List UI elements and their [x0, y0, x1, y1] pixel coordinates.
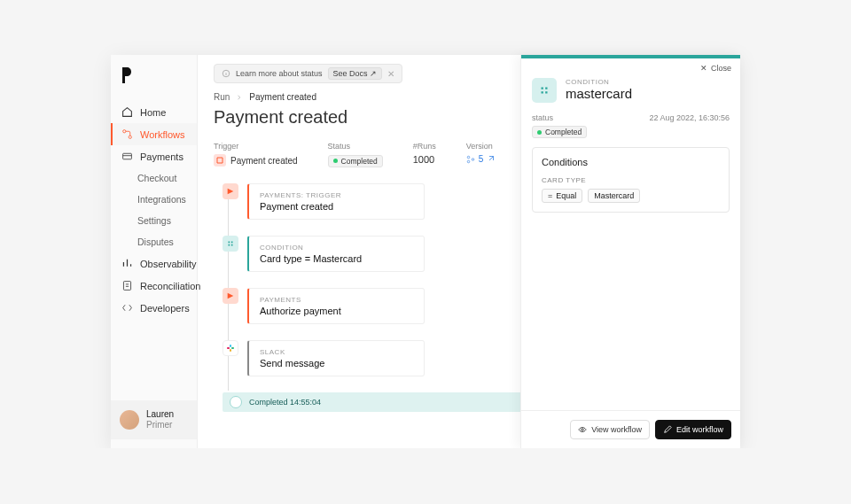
- step-kicker: CONDITION: [260, 244, 413, 252]
- status-dot-icon: [333, 159, 338, 163]
- user-name: Lauren: [146, 409, 174, 420]
- info-icon: [222, 69, 230, 78]
- nav-payments[interactable]: Payments: [111, 145, 197, 167]
- step-card: PAYMENTS Authorize payment: [247, 288, 425, 324]
- nav-label: Developers: [140, 303, 190, 314]
- svg-rect-9: [227, 347, 230, 349]
- nav-label: Observability: [140, 259, 197, 269]
- nav-label: Settings: [137, 215, 171, 226]
- banner-text: Learn more about status: [236, 69, 323, 78]
- end-dot-icon: [230, 396, 242, 408]
- meta-version: Version 5: [466, 142, 496, 167]
- status-value: Completed: [341, 157, 378, 166]
- meta-label: Version: [466, 142, 496, 151]
- edit-workflow-button[interactable]: Edit workflow: [655, 420, 731, 439]
- svg-rect-12: [230, 349, 231, 352]
- svg-point-5: [467, 156, 470, 159]
- developers-icon: [121, 302, 133, 314]
- nav-home[interactable]: Home: [111, 101, 197, 123]
- home-icon: [121, 106, 133, 118]
- runs-value: 1000: [413, 154, 436, 165]
- detail-status-value: Completed: [545, 128, 582, 136]
- condition-icon: [532, 78, 557, 103]
- operator-chip[interactable]: = Equal: [542, 189, 582, 203]
- version-chip[interactable]: 5: [466, 154, 496, 164]
- user-org: Primer: [146, 420, 174, 430]
- meta-label: #Runs: [413, 142, 436, 151]
- payments-step-icon: [223, 183, 238, 199]
- nav-settings[interactable]: Settings: [111, 210, 197, 231]
- user-block[interactable]: Lauren Primer: [111, 400, 197, 439]
- info-banner: Learn more about status See Docs ↗ ✕: [214, 64, 402, 83]
- branch-icon: [466, 155, 475, 164]
- nav-label: Workflows: [140, 129, 185, 140]
- external-link-icon: [487, 155, 495, 163]
- close-button[interactable]: ✕ Close: [700, 64, 731, 73]
- svg-point-0: [123, 130, 126, 133]
- app-window: Home Workflows Payments Checkout Integra…: [111, 55, 740, 448]
- nav-observability[interactable]: Observability: [111, 252, 197, 275]
- view-workflow-button[interactable]: View workflow: [570, 420, 650, 439]
- trigger-chip: Payment created: [214, 154, 298, 167]
- nav-label: Checkout: [137, 173, 176, 183]
- svg-rect-11: [231, 347, 234, 349]
- svg-rect-10: [230, 345, 231, 347]
- nav-label: Disputes: [137, 236, 174, 247]
- step-kicker: PAYMENTS: [260, 296, 413, 304]
- meta-label: Status: [328, 142, 383, 151]
- sidebar: Home Workflows Payments Checkout Integra…: [111, 55, 198, 448]
- svg-rect-2: [123, 153, 132, 159]
- logo: [120, 67, 132, 85]
- nav-integrations[interactable]: Integrations: [111, 189, 197, 210]
- crumb-run[interactable]: Run: [214, 92, 230, 102]
- observability-icon: [121, 258, 133, 269]
- nav-workflows[interactable]: Workflows: [111, 123, 197, 145]
- operator-value: Equal: [556, 191, 576, 200]
- version-value: 5: [479, 154, 484, 164]
- nav-reconciliation[interactable]: Reconciliation: [111, 275, 197, 297]
- banner-close-icon[interactable]: ✕: [387, 69, 394, 79]
- nav-checkout[interactable]: Checkout: [111, 167, 197, 189]
- step-card: CONDITION Card type = Mastercard: [247, 236, 425, 272]
- meta-trigger: Trigger Payment created: [214, 142, 298, 167]
- detail-panel: ✕ Close CONDITION mastercard status Comp…: [520, 55, 740, 448]
- eye-icon: [578, 425, 587, 434]
- reconciliation-icon: [121, 280, 133, 291]
- completion-text: Completed 14:55:04: [249, 398, 321, 407]
- detail-timestamp: 22 Aug 2022, 16:30:56: [649, 113, 730, 138]
- btn-label: Edit workflow: [676, 425, 723, 434]
- conditions-title: Conditions: [542, 157, 720, 167]
- avatar: [120, 410, 139, 430]
- close-icon: ✕: [700, 64, 707, 73]
- meta-status: Status Completed: [328, 142, 383, 167]
- meta-label: Trigger: [214, 142, 298, 151]
- equals-icon: =: [548, 191, 552, 200]
- nav-disputes[interactable]: Disputes: [111, 231, 197, 252]
- btn-label: View workflow: [591, 425, 642, 434]
- nav-label: Reconciliation: [140, 281, 200, 291]
- condition-value[interactable]: Mastercard: [588, 189, 640, 203]
- svg-point-1: [129, 136, 131, 138]
- meta-runs: #Runs 1000: [413, 142, 436, 167]
- payments-icon: [121, 151, 133, 162]
- nav-label: Integrations: [137, 194, 186, 205]
- detail-status-label: status: [532, 113, 587, 122]
- conditions-box: Conditions CARD TYPE = Equal Mastercard: [532, 147, 730, 213]
- svg-point-7: [472, 158, 474, 160]
- pencil-icon: [663, 425, 672, 434]
- detail-footer: View workflow Edit workflow: [521, 410, 740, 448]
- step-card: SLACK Send message: [247, 340, 425, 376]
- nav-label: Home: [140, 107, 166, 118]
- condition-field: CARD TYPE = Equal Mastercard: [542, 176, 720, 203]
- close-label: Close: [711, 64, 731, 73]
- svg-point-6: [467, 160, 470, 163]
- svg-point-13: [582, 429, 584, 431]
- status-dot-icon: [537, 130, 542, 135]
- nav-label: Payments: [140, 151, 183, 162]
- status-chip: Completed: [328, 155, 383, 167]
- crumb-title: Payment created: [249, 92, 316, 102]
- banner-link[interactable]: See Docs ↗: [328, 67, 383, 80]
- trigger-value: Payment created: [230, 156, 298, 166]
- nav-developers[interactable]: Developers: [111, 297, 197, 319]
- step-kicker: SLACK: [260, 348, 413, 356]
